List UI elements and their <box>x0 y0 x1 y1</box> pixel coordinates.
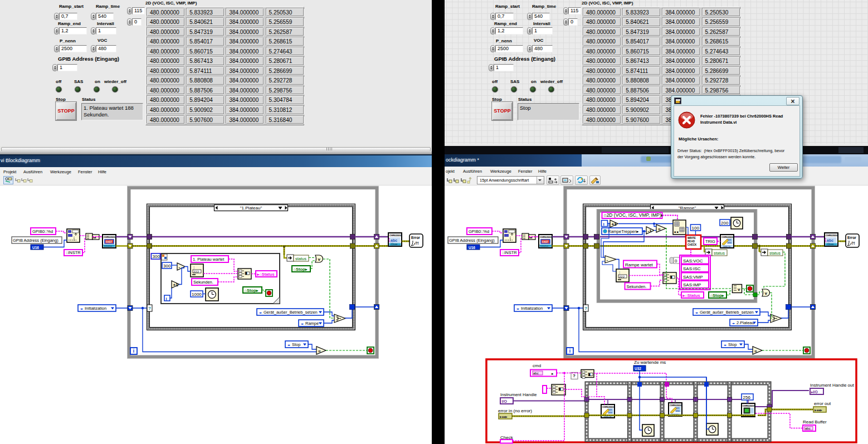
svg-text:CHR62000: CHR62000 <box>826 234 837 237</box>
svg-text:v: v <box>318 257 321 262</box>
svg-text:SAS:VOC: SAS:VOC <box>683 258 703 264</box>
svg-text:⌂Stop▸: ⌂Stop▸ <box>294 267 308 272</box>
svg-text:Initialization: Initialization <box>521 306 543 311</box>
svg-text:Error: Error <box>847 236 856 240</box>
svg-text:Read Buffer: Read Buffer <box>803 419 827 425</box>
svg-text:abc: abc <box>391 238 397 242</box>
svg-text:U16: U16 <box>469 246 475 250</box>
svg-text:abc: abc <box>827 238 833 242</box>
svg-text:◂▸: ◂▸ <box>516 307 520 310</box>
svg-text:CHR62000: CHR62000 <box>743 404 754 407</box>
svg-text:▸⌂Status: ▸⌂Status <box>257 272 275 277</box>
svg-text:+1: +1 <box>173 282 179 287</box>
svg-text:?!: ?! <box>415 241 419 245</box>
svg-text:?: ? <box>584 306 587 311</box>
svg-text:◂▸: ◂▸ <box>695 311 699 314</box>
svg-text:GPIB Address (Eingang): GPIB Address (Eingang) <box>13 238 58 243</box>
svg-text:◂▸: ◂▸ <box>259 311 262 314</box>
svg-text:0: 0 <box>675 258 677 264</box>
svg-text:2.Plateau: 2.Plateau <box>737 320 754 325</box>
svg-text:Rampe: Rampe <box>305 321 319 326</box>
svg-text:Gerät_außer_Betrieb_setzen: Gerät_außer_Betrieb_setzen <box>264 310 318 315</box>
svg-text:010: 010 <box>676 409 680 412</box>
svg-text:CHR62000: CHR62000 <box>104 236 115 238</box>
svg-text:?: ? <box>573 373 576 378</box>
svg-text:CHR62000: CHR62000 <box>540 236 552 238</box>
svg-text:status: status <box>769 251 781 256</box>
svg-text:cmd: cmd <box>533 363 541 368</box>
svg-text:300: 300 <box>153 254 160 259</box>
svg-text:abc: abc <box>533 372 539 375</box>
svg-text:Gerät_außer_Betrieb_setzen: Gerät_außer_Betrieb_setzen <box>700 310 754 315</box>
svg-text:Close: Close <box>391 243 398 246</box>
svg-text:222: 222 <box>193 270 199 274</box>
svg-text:◂▸: ◂▸ <box>732 321 735 325</box>
svg-text:::INSTR: ::INSTR <box>502 250 517 255</box>
svg-text:▶■■▶: ▶■■▶ <box>815 408 822 412</box>
svg-text:READ: READ <box>687 240 695 243</box>
svg-text:⌂Stop▸: ⌂Stop▸ <box>710 293 725 298</box>
svg-text:Sekunden.: Sekunden. <box>193 280 213 285</box>
svg-text:▸I/O: ▸I/O <box>811 390 818 394</box>
svg-text:I/O: I/O <box>502 399 508 403</box>
svg-text:v: v <box>738 287 740 292</box>
svg-text:error in (no error): error in (no error) <box>498 408 532 413</box>
svg-text:SAS:ISC: SAS:ISC <box>683 266 701 271</box>
svg-text:-: - <box>179 265 181 270</box>
svg-text:⋮: ⋮ <box>618 271 621 274</box>
svg-text:■ ■: ■ ■ <box>674 230 678 233</box>
svg-text:300: 300 <box>163 264 171 269</box>
svg-text:status: status <box>714 251 725 256</box>
svg-text:256: 256 <box>743 395 751 400</box>
svg-text:Rampe wartet: Rampe wartet <box>625 262 654 267</box>
svg-text:abc: abc <box>805 427 811 430</box>
svg-text:Initialize: Initialize <box>104 245 113 247</box>
svg-text:?: ? <box>148 306 151 311</box>
svg-text:▶■■▶: ▶■■▶ <box>500 415 508 418</box>
svg-text:RampeTreppen▸: RampeTreppen▸ <box>608 229 639 234</box>
svg-text:⌂2D (VOC, ISC, VMP, IMP)▸: ⌂2D (VOC, ISC, VMP, IMP)▸ <box>604 212 664 218</box>
svg-text:-1: -1 <box>648 228 652 233</box>
svg-text:CHECK: CHECK <box>687 243 697 246</box>
svg-text:=: = <box>658 227 661 232</box>
svg-text:FAST: FAST <box>106 241 113 243</box>
svg-text:⋮: ⋮ <box>192 266 196 269</box>
svg-text:200: 200 <box>721 221 729 226</box>
svg-text:FAST: FAST <box>542 241 549 243</box>
svg-text:◂▸: ◂▸ <box>287 343 291 347</box>
svg-text:WRITE: WRITE <box>723 245 731 248</box>
svg-text:SAS:IMP: SAS:IMP <box>683 282 701 287</box>
svg-text:i: i <box>569 348 570 354</box>
svg-text:SAS:VMP: SAS:VMP <box>683 275 703 280</box>
svg-text:v: v <box>765 291 768 296</box>
svg-text:010: 010 <box>728 241 732 244</box>
svg-text:::INSTR: ::INSTR <box>66 250 81 255</box>
svg-text:100: 100 <box>692 226 700 231</box>
svg-text:CHR62000: CHR62000 <box>389 234 401 237</box>
svg-text:222: 222 <box>619 275 625 279</box>
svg-text:-: - <box>607 257 608 262</box>
svg-text:GPIB0::%d: GPIB0::%d <box>32 229 53 234</box>
svg-text:▸⌂Status: ▸⌂Status <box>682 293 700 298</box>
svg-text:010: 010 <box>608 411 612 414</box>
svg-text:GPIB Address (Eingang): GPIB Address (Eingang) <box>449 238 495 243</box>
svg-text:U16: U16 <box>32 246 39 250</box>
svg-text:Close: Close <box>827 243 834 246</box>
svg-text:status: status <box>295 256 306 261</box>
svg-text:Initialize: Initialize <box>540 245 549 247</box>
svg-text:⌂Stop▸: ⌂Stop▸ <box>245 288 259 293</box>
svg-text:GPIB0::%d: GPIB0::%d <box>469 229 489 234</box>
svg-text:=: = <box>754 349 757 354</box>
svg-text:Instrument Handle out: Instrument Handle out <box>810 383 854 388</box>
svg-text:◂▸: ◂▸ <box>724 343 727 347</box>
svg-text:i: i <box>133 348 134 354</box>
svg-text:i: i <box>603 222 604 227</box>
svg-text:=: = <box>318 349 321 354</box>
svg-text:i: i <box>166 296 167 301</box>
svg-text:TRIG: TRIG <box>705 239 715 244</box>
svg-text:1. Plateau wartet: 1. Plateau wartet <box>193 257 225 262</box>
svg-text:U32: U32 <box>635 367 641 370</box>
svg-text:?!: ?! <box>851 241 855 245</box>
svg-text:Error: Error <box>411 236 420 240</box>
svg-text:+1: +1 <box>612 222 617 227</box>
